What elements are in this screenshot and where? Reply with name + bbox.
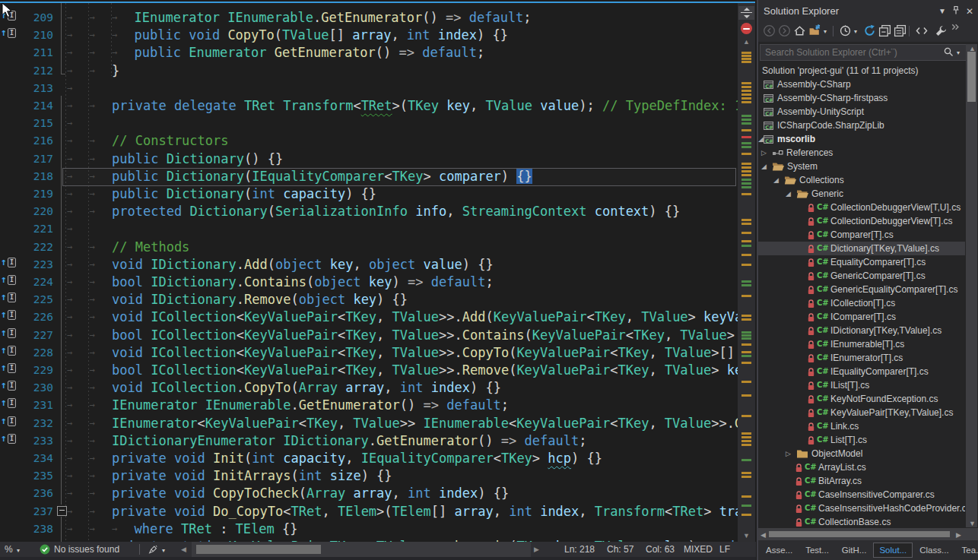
implements-interface-gutter-icon[interactable]: ↑I: [1, 344, 16, 358]
solution-explorer-header[interactable]: Solution Explorer ▼ ✕: [758, 0, 978, 21]
document-health-error-icon[interactable]: [741, 23, 752, 34]
switch-views-icon[interactable]: [808, 24, 822, 38]
tree-item-assembly-csharp[interactable]: C#Assembly-CSharp: [758, 78, 965, 91]
code-line-234[interactable]: 234→→private void Init(int capacity, IEq…: [0, 450, 738, 468]
search-icon[interactable]: [943, 46, 954, 58]
code-line-230[interactable]: ↑I230→→void ICollection.CopyTo(Array arr…: [0, 379, 738, 397]
collapse-all-icon[interactable]: [878, 24, 892, 38]
code-line-232[interactable]: ↑I232→→IEnumerator<KeyValuePair<TKey, TV…: [0, 415, 738, 433]
hscroll-thumb[interactable]: [769, 531, 950, 537]
implements-interface-gutter-icon[interactable]: ↑I: [1, 27, 16, 40]
code-line-209[interactable]: ↑I209→→→IEnumerator IEnumerable.GetEnume…: [0, 9, 738, 27]
search-box[interactable]: ▾: [760, 44, 967, 61]
search-options-caret-icon[interactable]: ▾: [957, 49, 960, 56]
code-cleanup-caret-icon[interactable]: ▾: [162, 545, 165, 557]
pending-changes-caret-icon[interactable]: ▾: [854, 28, 857, 35]
tree-item-ienumerator-t-cs[interactable]: C#IEnumerator[T].cs: [758, 351, 965, 365]
zoom-caret-icon[interactable]: ▾: [17, 545, 20, 557]
code-cleanup-icon[interactable]: [148, 544, 159, 558]
implements-interface-gutter-icon[interactable]: ↑I: [1, 432, 16, 446]
tree-item-system[interactable]: ◢System: [758, 160, 965, 173]
tree-item-keynotfoundexception-cs[interactable]: C#KeyNotFoundException.cs: [758, 392, 965, 406]
hscroll-left-arrow-icon[interactable]: ◀: [181, 543, 186, 555]
implements-interface-gutter-icon[interactable]: ↑I: [1, 291, 16, 305]
tree-item-generic[interactable]: ◢Generic: [758, 187, 965, 201]
code-line-228[interactable]: ↑I228→→void ICollection<KeyValuePair<TKe…: [0, 344, 738, 362]
code-line-219[interactable]: 219→→public Dictionary(int capacity) {}: [0, 185, 738, 204]
tree-item-keyvaluepair-tkey-tvalue-cs[interactable]: C#KeyValuePair[TKey,TValue].cs: [758, 406, 965, 419]
view-code-icon[interactable]: [915, 24, 929, 38]
tree-item-references[interactable]: ▷References: [758, 146, 965, 160]
code-line-238[interactable]: 238→→→where TRet : TElem {}: [0, 520, 738, 539]
scroll-down-arrow-icon[interactable]: ▼: [743, 532, 750, 539]
tree-item-collectiondebuggerview-t-u-cs[interactable]: C#CollectionDebuggerView[T,U].cs: [758, 201, 965, 214]
back-icon[interactable]: [763, 24, 776, 38]
switch-views-caret-icon[interactable]: ▾: [824, 28, 827, 35]
pending-changes-icon[interactable]: [839, 24, 853, 38]
implements-interface-gutter-icon[interactable]: ↑I: [1, 308, 16, 322]
tree-item-comparer-t-cs[interactable]: C#Comparer[T].cs: [758, 228, 965, 242]
code-line-212[interactable]: 212→→}: [0, 62, 738, 81]
implements-interface-gutter-icon[interactable]: ↑I: [1, 379, 16, 393]
status-col[interactable]: Col: 63: [646, 543, 675, 555]
status-char[interactable]: Ch: 57: [607, 543, 633, 555]
code-area[interactable]: ↑I209→→→IEnumerator IEnumerable.GetEnume…: [0, 3, 739, 542]
tree-item-arraylist-cs[interactable]: C#ArrayList.cs: [758, 460, 965, 474]
code-line-213[interactable]: 213→: [0, 80, 738, 98]
implements-interface-gutter-icon[interactable]: ↑I: [1, 274, 16, 287]
search-input[interactable]: [764, 46, 934, 59]
collapse-chevron-icon[interactable]: ◢: [761, 162, 767, 171]
editor-vertical-scrollbar[interactable]: ▲ ▼: [738, 3, 755, 542]
code-line-218[interactable]: 218→→public Dictionary(IEqualityComparer…: [0, 168, 738, 186]
scroll-up-arrow-icon[interactable]: ▲: [743, 38, 750, 46]
code-line-221[interactable]: 221→: [0, 220, 738, 239]
tree-item-icomparer-t-cs[interactable]: C#IComparer[T].cs: [758, 310, 965, 324]
tree-item-list-t-cs[interactable]: C#List[T].cs: [758, 433, 965, 447]
tool-window-tab-gith[interactable]: GitH...: [836, 543, 873, 558]
implements-interface-gutter-icon[interactable]: ↑I: [1, 415, 16, 429]
tree-item-dictionary-tkey-tvalue-cs[interactable]: C#Dictionary[TKey,TValue].cs: [758, 242, 965, 255]
tree-item-equalitycomparer-t-cs[interactable]: C#EqualityComparer[T].cs: [758, 255, 965, 269]
overflow-icon[interactable]: [950, 22, 964, 36]
implements-interface-gutter-icon[interactable]: ↑I: [1, 327, 16, 340]
code-line-227[interactable]: ↑I227→→bool ICollection<KeyValuePair<TKe…: [0, 327, 738, 345]
collapse-chevron-icon[interactable]: ◢: [786, 189, 791, 198]
tool-window-tab-asse[interactable]: Asse...: [760, 543, 799, 558]
expand-chevron-icon[interactable]: ▷: [786, 449, 791, 458]
tree-item-idictionary-tkey-tvalue-cs[interactable]: C#IDictionary[TKey,TValue].cs: [758, 324, 965, 337]
code-line-236[interactable]: 236→→private void CopyToCheck(Array arra…: [0, 485, 738, 503]
tree-item-iequalitycomparer-t-cs[interactable]: C#IEqualityComparer[T].cs: [758, 365, 965, 378]
status-eol[interactable]: LF: [719, 543, 730, 555]
properties-icon[interactable]: [935, 24, 948, 38]
tree-item-collectionbase-cs[interactable]: C#CollectionBase.cs: [758, 515, 965, 528]
tool-window-tab-class[interactable]: Class...: [913, 543, 954, 558]
tree-item-assembly-unityscript[interactable]: C#Assembly-UnityScript: [758, 105, 965, 119]
tree-item-caseinsensitivecomparer-cs[interactable]: C#CaseInsensitiveComparer.cs: [758, 488, 965, 501]
code-line-237[interactable]: 237→→private void Do_CopyTo<TRet, TElem>…: [0, 503, 738, 521]
code-line-235[interactable]: 235→→private void InitArrays(int size) {…: [0, 467, 738, 486]
code-line-210[interactable]: ↑I210→→→public void CopyTo(TValue[] arra…: [0, 27, 738, 45]
zoom-level[interactable]: %: [5, 543, 13, 555]
hscroll-right-arrow-icon[interactable]: ▶: [956, 531, 961, 539]
tree-item-mscorlib[interactable]: ◢C#mscorlib: [758, 132, 965, 146]
tree-vertical-scrollbar[interactable]: ▲ ▼: [966, 44, 977, 527]
tree-item-caseinsensitivehashcodeprovider-cs[interactable]: C#CaseInsensitiveHashCodeProvider.cs: [758, 501, 965, 515]
implements-interface-gutter-icon[interactable]: ↑I: [1, 397, 16, 410]
tree-item-objectmodel[interactable]: ▷ObjectModel: [758, 447, 965, 460]
tree-horizontal-scrollbar[interactable]: ◀ ▶: [758, 528, 978, 540]
code-line-211[interactable]: 211→→→public Enumerator GetEnumerator() …: [0, 44, 738, 62]
tool-window-tab-test[interactable]: Test...: [799, 543, 835, 558]
code-line-223[interactable]: ↑I223→→void IDictionary.Add(object key, …: [0, 256, 738, 274]
tree-item-solution[interactable]: Solution 'project-gui' (11 of 11 project…: [758, 64, 965, 78]
refresh-icon[interactable]: [863, 24, 877, 38]
tree-item-genericequalitycomparer-t-cs[interactable]: C#GenericEqualityComparer[T].cs: [758, 283, 965, 296]
code-line-222[interactable]: 222→→// Methods: [0, 239, 738, 257]
implements-interface-gutter-icon[interactable]: ↑I: [1, 256, 16, 270]
tree-item-ienumerable-t-cs[interactable]: C#IEnumerable[T].cs: [758, 337, 965, 351]
split-window-handle[interactable]: [738, 6, 754, 20]
code-line-226[interactable]: ↑I226→→void ICollection<KeyValuePair<TKe…: [0, 308, 738, 327]
expand-chevron-icon[interactable]: ▷: [761, 148, 767, 157]
code-line-231[interactable]: ↑I231→→IEnumerator IEnumerable.GetEnumer…: [0, 397, 738, 415]
close-icon[interactable]: ✕: [964, 5, 976, 17]
code-line-224[interactable]: ↑I224→→bool IDictionary.Contains(object …: [0, 274, 738, 292]
